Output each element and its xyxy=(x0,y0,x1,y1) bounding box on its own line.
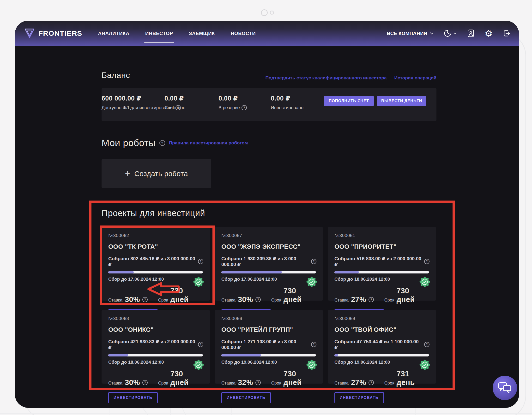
progress-bar-fill xyxy=(108,354,128,357)
create-robot-button[interactable]: + Создать робота xyxy=(102,159,211,188)
rate-value: 27% xyxy=(351,295,366,304)
balance-label-text: Инвестировано xyxy=(271,105,304,111)
frontiers-logo-icon xyxy=(24,28,35,39)
verified-badge-icon xyxy=(419,360,430,370)
project-company-name: ООО "ЖЭПЭ ЭКСПРЕСС" xyxy=(221,243,316,250)
device-camera-dot xyxy=(270,10,274,15)
progress-bar-fill xyxy=(221,354,261,357)
term-label: Срок xyxy=(158,298,168,304)
info-icon[interactable]: ? xyxy=(369,380,374,385)
robots-title: Мои роботы xyxy=(102,138,156,148)
progress-bar-fill xyxy=(221,271,282,274)
collected-text: Собрано 47 753.44 ₽ из 1 100 000.00 ₽ xyxy=(334,339,422,350)
info-icon[interactable]: ? xyxy=(256,297,261,302)
progress-bar-fill xyxy=(334,354,338,357)
info-icon[interactable]: ? xyxy=(198,342,203,347)
theme-toggle[interactable] xyxy=(443,29,457,38)
rate-label: Ставка xyxy=(221,381,236,387)
project-company-name: ООО "ТВОЙ ОФИС" xyxy=(334,326,429,333)
verified-badge-icon xyxy=(306,360,317,370)
balance-item: 0.00 ₽ Инвестировано ? xyxy=(271,94,315,111)
project-deadline: Сбор до 17.06.2024 12:00 xyxy=(221,277,316,282)
project-deadline: Сбор до 19.06.2024 12:00 xyxy=(221,360,316,365)
info-icon[interactable]: ? xyxy=(175,105,181,110)
confirm-qualified-investor-link[interactable]: Подтвердить статус квалифицированного ин… xyxy=(265,75,387,81)
info-icon[interactable]: ? xyxy=(424,259,429,264)
project-collected-line: Собрано 516 808.00 ₽ из 2 000 000.00 ₽ ? xyxy=(334,256,429,267)
progress-bar-fill xyxy=(108,271,134,274)
plus-icon: + xyxy=(125,168,130,178)
rate-value: 27% xyxy=(351,378,366,387)
info-icon[interactable]: ? xyxy=(159,140,165,146)
term-label: Срок xyxy=(158,381,168,387)
term-label: Срок xyxy=(271,298,281,304)
settings-button[interactable]: ⚙ xyxy=(485,29,493,38)
term-label: Срок xyxy=(271,381,281,387)
info-icon[interactable]: ? xyxy=(256,380,261,385)
project-company-name: ООО "РИТЕЙЛ ГРУПП" xyxy=(221,326,316,333)
info-icon[interactable]: ? xyxy=(142,297,148,302)
project-number: №300062 xyxy=(108,233,203,238)
operations-history-link[interactable]: История операций xyxy=(394,75,437,81)
project-collected-line: Собрано 1 930 309.38 ₽ из 3 000 000.00 ₽… xyxy=(221,256,316,267)
project-collected-line: Собрано 802 485.16 ₽ из 3 000 000.00 ₽ ? xyxy=(108,256,203,267)
invest-button[interactable]: ИНВЕСТИРОВАТЬ xyxy=(221,392,271,403)
project-deadline: Сбор до 18.06.2024 12:00 xyxy=(108,360,203,365)
project-card: №300068 ООО "ОНИКС" Собрано 421 930.83 ₽… xyxy=(102,310,210,384)
moon-icon xyxy=(443,29,452,38)
chat-bubbles-icon xyxy=(498,382,512,394)
info-icon[interactable]: ? xyxy=(241,105,247,110)
project-company-name: ООО "ПРИОРИТЕТ" xyxy=(334,243,429,250)
project-collected-line: Собрано 47 753.44 ₽ из 1 100 000.00 ₽ ? xyxy=(334,339,429,350)
info-icon[interactable]: ? xyxy=(424,342,429,347)
device-camera-ring xyxy=(261,9,268,16)
progress-bar xyxy=(108,271,203,274)
project-deadline: Сбор до 17.06.2024 12:00 xyxy=(108,277,203,282)
project-company-name: ООО "ТК РОТА" xyxy=(108,243,203,250)
verified-badge-icon xyxy=(193,360,204,370)
invest-button[interactable]: ИНВЕСТИРОВАТЬ xyxy=(334,392,384,403)
project-number: №300066 xyxy=(221,316,316,321)
verified-badge-icon xyxy=(193,277,204,287)
logout-button[interactable] xyxy=(502,29,511,38)
app-window: FRONTIERS АНАЛИТИКА ИНВЕСТОР ЗАЕМЩИК НОВ… xyxy=(15,21,519,408)
balance-label-text: Доступно ФЛ для инвестирования xyxy=(102,105,174,111)
profile-button[interactable] xyxy=(466,29,475,38)
info-icon[interactable]: ? xyxy=(142,380,148,385)
rate-value: 30% xyxy=(238,295,253,304)
project-card: №300061 ООО "ПРИОРИТЕТ" Собрано 516 808.… xyxy=(328,227,436,301)
projects-title: Проекты для инвестиций xyxy=(102,208,205,218)
deposit-button[interactable]: ПОПОЛНИТЬ СЧЕТ xyxy=(324,96,374,106)
balance-value: 0.00 ₽ xyxy=(271,94,315,102)
collected-text: Собрано 802 485.16 ₽ из 3 000 000.00 ₽ xyxy=(108,256,196,267)
rate-value: 30% xyxy=(125,378,140,387)
chat-button[interactable] xyxy=(493,376,517,400)
rate-term-row: Ставка 32% ? Срок 730 дней xyxy=(221,370,316,387)
gear-icon: ⚙ xyxy=(485,29,493,38)
withdraw-button[interactable]: ВЫВЕСТИ ДЕНЬГИ xyxy=(377,96,426,106)
balance-item: 0.00 ₽ В резерве ? xyxy=(218,94,247,111)
progress-bar-fill xyxy=(334,271,359,274)
project-card: №300066 ООО "РИТЕЙЛ ГРУПП" Собрано 1 271… xyxy=(215,310,323,384)
collected-text: Собрано 1 930 309.38 ₽ из 3 000 000.00 ₽ xyxy=(221,256,309,267)
collected-text: Собрано 1 271 108.00 ₽ из 3 000 000.00 ₽ xyxy=(221,339,309,350)
verified-badge-icon xyxy=(306,277,317,287)
info-icon[interactable]: ? xyxy=(198,259,203,264)
brand-logo[interactable]: FRONTIERS xyxy=(24,28,82,39)
rate-term-row: Ставка 30% ? Срок 730 дней xyxy=(221,287,316,304)
collected-text: Собрано 421 930.83 ₽ из 2 000 000.00 ₽ xyxy=(108,339,196,350)
info-icon[interactable]: ? xyxy=(311,259,316,264)
term-value: 730 дней xyxy=(284,287,316,304)
info-icon[interactable]: ? xyxy=(369,297,374,302)
balance-label: Доступно ФЛ для инвестирования ? xyxy=(102,105,181,111)
projects-grid: №300062 ООО "ТК РОТА" Собрано 802 485.16… xyxy=(102,227,436,384)
term-value: 730 дней xyxy=(171,287,203,304)
main-content: Баланс Подтвердить статус квалифицирован… xyxy=(102,21,437,408)
invest-button[interactable]: ИНВЕСТИРОВАТЬ xyxy=(108,392,158,403)
progress-bar xyxy=(334,354,429,357)
project-card: №300062 ООО "ТК РОТА" Собрано 802 485.16… xyxy=(102,227,210,301)
project-deadline: Сбор до 19.06.2024 12:00 xyxy=(334,360,429,365)
robot-rules-link[interactable]: Правила инвестирования роботом xyxy=(169,140,248,146)
project-collected-line: Собрано 1 271 108.00 ₽ из 3 000 000.00 ₽… xyxy=(221,339,316,350)
info-icon[interactable]: ? xyxy=(311,342,316,347)
